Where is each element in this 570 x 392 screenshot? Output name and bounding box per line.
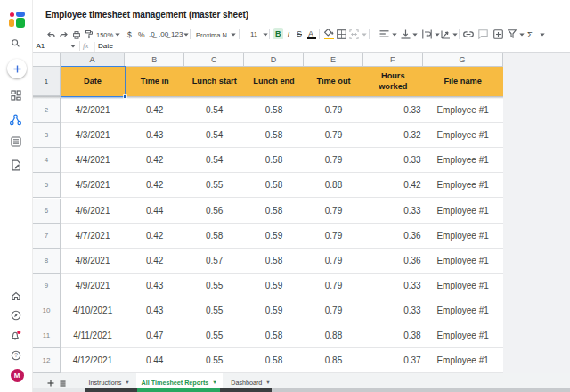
svg-text:?: ? — [14, 352, 18, 358]
